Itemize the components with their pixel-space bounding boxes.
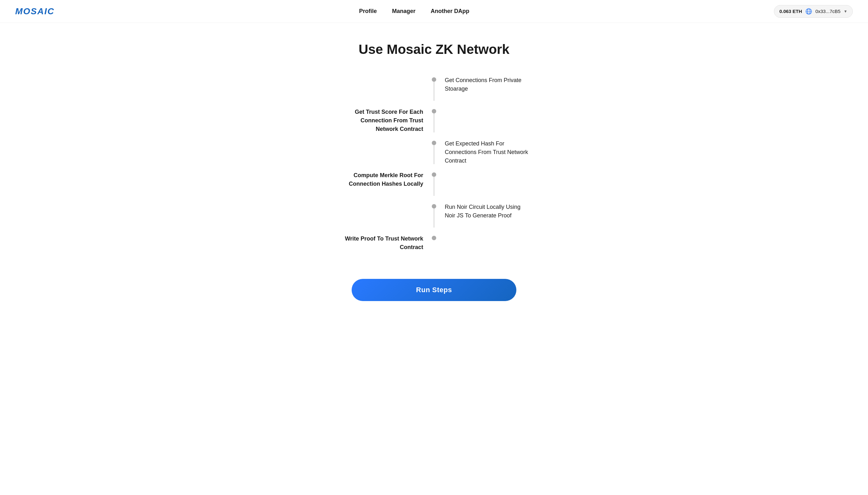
step-2-text: Get Trust Score For Each Connection From…: [355, 109, 423, 132]
timeline-row-5: Run Noir Circuit Locally Using Noir JS T…: [339, 203, 529, 235]
timeline-dot-6: [432, 236, 436, 240]
timeline-dot-5: [432, 204, 436, 208]
timeline-right-5: Run Noir Circuit Locally Using Noir JS T…: [437, 203, 529, 220]
wallet-eth-balance: 0.063 ETH: [779, 8, 802, 14]
timeline: Get Connections From Private Stoarage Ge…: [339, 76, 529, 260]
timeline-center-3: [431, 139, 437, 164]
timeline-row-2: Get Trust Score For Each Connection From…: [339, 108, 529, 139]
timeline-line-4: [434, 177, 434, 196]
timeline-center-6: [431, 235, 437, 240]
navbar: MOSAIC Profile Manager Another DApp 0.06…: [0, 0, 868, 23]
timeline-row-4: Compute Merkle Root For Connection Hashe…: [339, 171, 529, 203]
main-content: Use Mosaic ZK Network Get Connections Fr…: [0, 23, 868, 326]
nav-links: Profile Manager Another DApp: [359, 8, 469, 15]
wallet-info[interactable]: 0.063 ETH 0x33...7cB5 ▼: [774, 5, 853, 18]
chevron-down-icon: ▼: [844, 9, 847, 14]
step-5-text: Run Noir Circuit Locally Using Noir JS T…: [445, 204, 520, 219]
timeline-line-3: [434, 145, 434, 164]
timeline-left-4: Compute Merkle Root For Connection Hashe…: [339, 171, 431, 188]
timeline-center-4: [431, 171, 437, 196]
timeline-dot-2: [432, 109, 436, 114]
timeline-dot-4: [432, 172, 436, 177]
step-1-text: Get Connections From Private Stoarage: [445, 77, 521, 92]
step-3-text: Get Expected Hash For Connections From T…: [445, 140, 528, 164]
timeline-row-1: Get Connections From Private Stoarage: [339, 76, 529, 108]
timeline-right-1: Get Connections From Private Stoarage: [437, 76, 529, 93]
timeline-center-1: [431, 76, 437, 101]
app-logo: MOSAIC: [15, 6, 54, 16]
timeline-row-3: Get Expected Hash For Connections From T…: [339, 139, 529, 171]
timeline-center-5: [431, 203, 437, 227]
page-title: Use Mosaic ZK Network: [359, 42, 509, 57]
timeline-right-3: Get Expected Hash For Connections From T…: [437, 139, 529, 165]
timeline-row-6: Write Proof To Trust Network Contract: [339, 235, 529, 260]
nav-link-manager[interactable]: Manager: [392, 8, 416, 15]
timeline-center-2: [431, 108, 437, 133]
timeline-dot-3: [432, 141, 436, 145]
timeline-dot-1: [432, 77, 436, 82]
timeline-line-5: [434, 208, 434, 227]
timeline-line-2: [434, 114, 434, 133]
nav-link-another-dapp[interactable]: Another DApp: [431, 8, 469, 15]
run-steps-button[interactable]: Run Steps: [352, 279, 516, 301]
timeline-left-2: Get Trust Score For Each Connection From…: [339, 108, 431, 133]
step-4-text: Compute Merkle Root For Connection Hashe…: [349, 172, 423, 187]
nav-link-profile[interactable]: Profile: [359, 8, 377, 15]
step-6-text: Write Proof To Trust Network Contract: [345, 236, 423, 250]
timeline-line-1: [434, 82, 434, 101]
wallet-address: 0x33...7cB5: [815, 8, 840, 14]
timeline-left-6: Write Proof To Trust Network Contract: [339, 235, 431, 252]
globe-icon: [805, 8, 812, 15]
